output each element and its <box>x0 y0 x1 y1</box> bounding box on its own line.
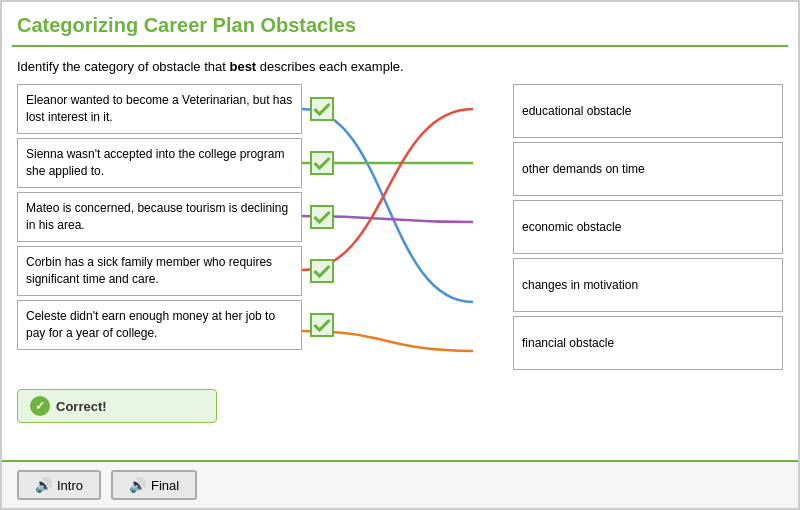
right-item-4: financial obstacle <box>513 316 783 370</box>
right-item-0: educational obstacle <box>513 84 783 138</box>
right-item-2: economic obstacle <box>513 200 783 254</box>
right-item-1: other demands on time <box>513 142 783 196</box>
intro-button[interactable]: 🔊 Intro <box>17 470 101 500</box>
check-column <box>302 84 342 379</box>
instruction-prefix: Identify the category of obstacle that <box>17 59 229 74</box>
left-item-1: Sienna wasn't accepted into the college … <box>17 138 302 188</box>
correct-banner: ✓ Correct! <box>17 389 217 423</box>
final-label: Final <box>151 478 179 493</box>
check-icon-4 <box>307 300 337 350</box>
check-icon-1 <box>307 138 337 188</box>
right-item-3: changes in motivation <box>513 258 783 312</box>
left-item-0: Eleanor wanted to become a Veterinarian,… <box>17 84 302 134</box>
intro-speaker-icon: 🔊 <box>35 477 52 493</box>
instruction-suffix: describes each example. <box>256 59 403 74</box>
matching-area: Eleanor wanted to become a Veterinarian,… <box>17 84 783 379</box>
correct-check-icon: ✓ <box>30 396 50 416</box>
page-title: Categorizing Career Plan Obstacles <box>17 14 783 37</box>
main-container: Categorizing Career Plan Obstacles Ident… <box>0 0 800 510</box>
instruction-bold: best <box>229 59 256 74</box>
check-icon-0 <box>307 84 337 134</box>
left-item-4: Celeste didn't earn enough money at her … <box>17 300 302 350</box>
content-area: Identify the category of obstacle that b… <box>2 47 798 460</box>
intro-label: Intro <box>57 478 83 493</box>
title-bar: Categorizing Career Plan Obstacles <box>2 2 798 45</box>
left-item-3: Corbin has a sick family member who requ… <box>17 246 302 296</box>
left-column: Eleanor wanted to become a Veterinarian,… <box>17 84 302 379</box>
correct-label: Correct! <box>56 399 107 414</box>
instruction: Identify the category of obstacle that b… <box>17 59 783 74</box>
left-item-2: Mateo is concerned, because tourism is d… <box>17 192 302 242</box>
final-button[interactable]: 🔊 Final <box>111 470 197 500</box>
check-icon-2 <box>307 192 337 242</box>
right-column: educational obstacle other demands on ti… <box>513 84 783 379</box>
footer: 🔊 Intro 🔊 Final <box>2 460 798 508</box>
final-speaker-icon: 🔊 <box>129 477 146 493</box>
check-icon-3 <box>307 246 337 296</box>
